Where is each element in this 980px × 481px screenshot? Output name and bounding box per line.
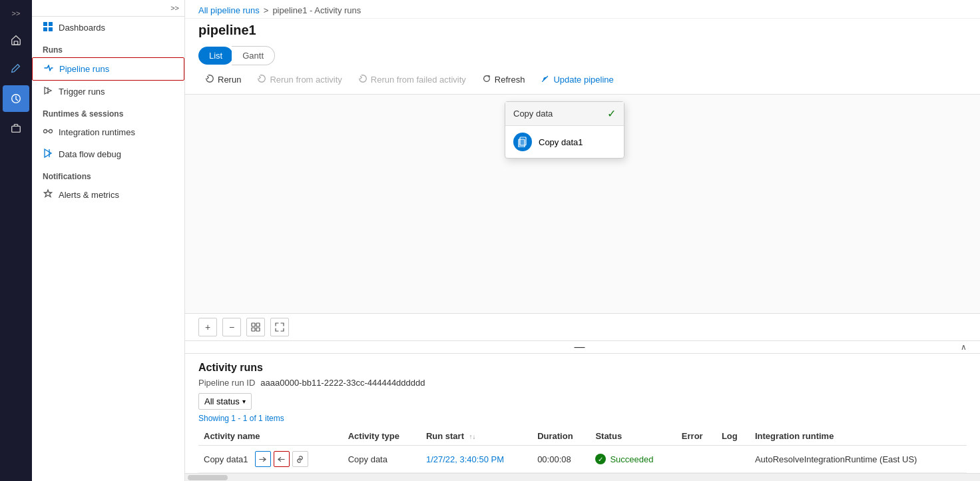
- link-row-button[interactable]: [292, 451, 308, 467]
- monitor-icon-button[interactable]: [3, 85, 29, 112]
- cell-activity-type: Copy data: [343, 446, 421, 473]
- rerun-button[interactable]: Rerun: [198, 71, 248, 89]
- breadcrumb-separator: >: [264, 5, 269, 15]
- showing-count: Showing 1 - 1 of 1 items: [198, 414, 967, 423]
- edit-icon-button[interactable]: [3, 56, 29, 83]
- svg-rect-17: [252, 328, 255, 331]
- col-header-run-start: Run start ↑↓: [421, 427, 532, 446]
- table-row: Copy data1: [198, 446, 967, 473]
- update-pipeline-icon: [541, 74, 550, 85]
- svg-rect-18: [256, 328, 260, 331]
- rerun-from-activity-button[interactable]: Rerun from activity: [250, 71, 348, 89]
- svg-rect-3: [43, 22, 47, 26]
- svg-rect-2: [12, 126, 21, 132]
- left-nav-header: >>: [32, 0, 184, 17]
- run-start-sort-icon[interactable]: ↑↓: [469, 433, 476, 440]
- sidebar-item-pipeline-runs[interactable]: Pipeline runs: [32, 57, 184, 81]
- status-filter-label: All status: [204, 396, 240, 406]
- rerun-label: Rerun: [218, 75, 241, 85]
- sidebar-item-integration-runtimes[interactable]: Integration runtimes: [32, 121, 184, 143]
- svg-rect-4: [49, 22, 53, 26]
- sidebar-item-dashboards-label: Dashboards: [59, 23, 105, 33]
- cell-activity-name: Copy data1: [198, 446, 343, 473]
- fit-view-button[interactable]: [246, 318, 265, 336]
- briefcase-icon-button[interactable]: [3, 115, 29, 141]
- col-header-log: Log: [716, 427, 750, 446]
- dashboards-icon: [43, 21, 53, 34]
- refresh-button[interactable]: Refresh: [475, 71, 532, 89]
- sidebar-item-alerts-metrics[interactable]: Alerts & metrics: [32, 184, 184, 206]
- rerun-from-activity-label: Rerun from activity: [270, 75, 342, 85]
- col-header-activity-name: Activity name: [198, 427, 343, 446]
- trigger-runs-icon: [43, 85, 53, 98]
- page-title: pipeline1: [185, 19, 980, 43]
- rerun-from-failed-label: Rerun from failed activity: [371, 75, 466, 85]
- sidebar-item-alerts-metrics-label: Alerts & metrics: [59, 190, 119, 200]
- horizontal-scrollbar[interactable]: [185, 473, 980, 481]
- icon-strip: >>: [0, 0, 32, 481]
- main-content: All pipeline runs > pipeline1 - Activity…: [185, 0, 980, 481]
- refresh-label: Refresh: [495, 75, 525, 85]
- home-icon-button[interactable]: [3, 27, 29, 53]
- input-output-button[interactable]: [255, 451, 271, 467]
- activity-runs-section: Activity runs Pipeline run ID aaaa0000-b…: [185, 354, 980, 473]
- sidebar-item-trigger-runs[interactable]: Trigger runs: [32, 81, 184, 103]
- dropdown-title: Copy data: [513, 109, 553, 119]
- pipeline-run-id-value: aaaa0000-bb11-2222-33cc-444444dddddd: [260, 378, 425, 388]
- fullscreen-button[interactable]: [270, 318, 289, 336]
- chevron-down-icon: ▾: [242, 398, 246, 405]
- cell-log: [716, 446, 750, 473]
- pipeline-runs-icon: [43, 63, 54, 75]
- notifications-section-label: Notifications: [32, 165, 184, 184]
- svg-rect-0: [14, 41, 17, 45]
- svg-rect-15: [252, 323, 255, 326]
- breadcrumb-all-runs-link[interactable]: All pipeline runs: [198, 5, 260, 15]
- action-toolbar: Rerun Rerun from activity Rerun from fai…: [185, 65, 980, 95]
- svg-rect-14: [519, 139, 525, 147]
- collapse-activity-runs-button[interactable]: ∧: [961, 342, 967, 352]
- pipeline-run-id-label: Pipeline run ID: [198, 378, 255, 388]
- runtimes-section-label: Runtimes & sessions: [32, 103, 184, 121]
- activity-runs-table: Activity name Activity type Run start ↑↓…: [198, 427, 967, 473]
- scrollbar-thumb[interactable]: [188, 475, 228, 480]
- activity-dropdown: Copy data ✓ Copy data1: [505, 101, 624, 159]
- status-text: Succeeded: [610, 454, 653, 464]
- alerts-metrics-icon: [43, 189, 53, 201]
- filter-bar: All status ▾: [198, 393, 967, 410]
- section-title-row: Activity runs: [198, 362, 967, 374]
- collapse-nav-button[interactable]: >>: [170, 4, 179, 12]
- cell-integration-runtime: AutoResolveIntegrationRuntime (East US): [750, 446, 967, 473]
- dropdown-header: Copy data ✓: [505, 102, 624, 126]
- left-nav: >> Dashboards Runs Pipeline runs Trigger…: [32, 0, 185, 481]
- dropdown-item-label: Copy data1: [539, 137, 583, 147]
- sidebar-item-dashboards[interactable]: Dashboards: [32, 17, 184, 39]
- tab-list[interactable]: List: [198, 47, 233, 65]
- sidebar-item-trigger-runs-label: Trigger runs: [59, 87, 105, 97]
- col-header-activity-type: Activity type: [343, 427, 421, 446]
- sidebar-item-data-flow-debug-label: Data flow debug: [59, 149, 121, 159]
- cell-run-start: 1/27/22, 3:40:50 PM: [421, 446, 532, 473]
- dropdown-copy-data1-item[interactable]: Copy data1: [505, 126, 624, 158]
- rerun-row-button[interactable]: [274, 451, 290, 467]
- tab-gantt[interactable]: Gantt: [232, 46, 275, 65]
- zoom-in-button[interactable]: +: [198, 318, 217, 336]
- svg-point-9: [49, 130, 53, 133]
- refresh-icon: [482, 74, 491, 85]
- col-header-error: Error: [676, 427, 716, 446]
- zoom-out-button[interactable]: −: [222, 318, 241, 336]
- rerun-from-activity-icon: [257, 74, 266, 85]
- sidebar-item-pipeline-runs-label: Pipeline runs: [59, 64, 109, 74]
- update-pipeline-button[interactable]: Update pipeline: [534, 71, 620, 89]
- tab-bar: List Gantt: [185, 43, 980, 65]
- success-status-icon: ✓: [595, 454, 606, 464]
- breadcrumb: All pipeline runs > pipeline1 - Activity…: [185, 0, 980, 19]
- rerun-from-failed-button[interactable]: Rerun from failed activity: [352, 71, 473, 89]
- svg-rect-16: [256, 323, 260, 326]
- status-filter-dropdown[interactable]: All status ▾: [198, 393, 252, 410]
- sidebar-item-data-flow-debug[interactable]: Data flow debug: [32, 143, 184, 165]
- cell-error: [676, 446, 716, 473]
- sidebar-item-integration-runtimes-label: Integration runtimes: [59, 127, 135, 137]
- canvas-area[interactable]: Copy data ✓ Copy data1: [185, 95, 980, 313]
- collapse-strip-button[interactable]: >>: [3, 5, 29, 21]
- svg-rect-5: [43, 27, 47, 31]
